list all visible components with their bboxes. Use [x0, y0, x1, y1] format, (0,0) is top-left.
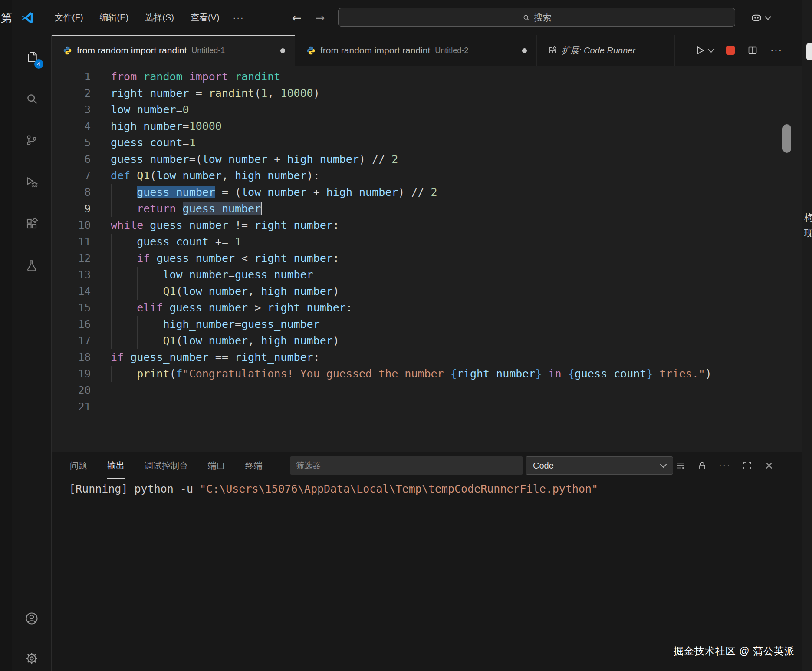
code-line-3: 3low_number=0	[52, 102, 802, 118]
source-control-icon[interactable]	[21, 130, 42, 151]
menu-item-1[interactable]: 文件(F)	[47, 8, 91, 27]
editor-scrollbar-thumb[interactable]	[782, 124, 791, 153]
indent-guide	[111, 184, 112, 217]
run-debug-icon[interactable]	[21, 172, 42, 192]
command-center-search[interactable]: 搜索	[338, 8, 735, 27]
code-line-4: 4high_number=10000	[52, 118, 802, 135]
code-line-17: 17 Q1(low_number, high_number)	[52, 333, 802, 349]
line-number: 18	[52, 349, 91, 366]
forward-button[interactable]: →	[316, 11, 325, 24]
panel-tab-4[interactable]: 端口	[208, 452, 225, 479]
tab-modified-dot[interactable]	[522, 48, 527, 53]
extensions-icon[interactable]	[21, 213, 42, 234]
maximize-panel-icon[interactable]	[742, 460, 753, 471]
vscode-logo-icon	[20, 10, 35, 25]
code-line-9: 9 return guess_number	[52, 201, 802, 217]
vscode-window: 第 文件(F)编辑(E)选择(S)查看(V) ··· ← → 搜索	[0, 0, 812, 671]
menubar: 文件(F)编辑(E)选择(S)查看(V)	[47, 8, 227, 27]
menubar-more-button[interactable]: ···	[227, 9, 250, 26]
panel-tab-2[interactable]: 输出	[107, 452, 125, 479]
line-number: 16	[52, 316, 91, 333]
output-filter-input[interactable]	[290, 456, 523, 475]
tab-title: from random import randint	[77, 45, 187, 56]
tab-title: from random import randint	[320, 45, 430, 56]
editor-more-actions-button[interactable]: ···	[770, 45, 782, 56]
code-lines: 1from random import randint2right_number…	[52, 66, 802, 415]
line-number: 6	[52, 151, 91, 168]
extensions-tab-icon	[548, 46, 557, 55]
code-line-7: 7def Q1(low_number, high_number):	[52, 168, 802, 184]
line-number: 10	[52, 217, 91, 234]
output-channel-value: Code	[533, 461, 554, 471]
run-options-chevron-icon[interactable]	[708, 46, 715, 53]
code-line-2: 2right_number = randint(1, 10000)	[52, 85, 802, 102]
tab-modified-dot[interactable]	[280, 48, 285, 53]
editor-tab-bar: from random import randint Untitled-1 fr…	[52, 35, 802, 66]
run-code-button[interactable]	[695, 45, 713, 56]
settings-gear-icon[interactable]	[21, 648, 42, 669]
line-number: 5	[52, 135, 91, 151]
code-line-8: 8 guess_number = (low_number + high_numb…	[52, 184, 802, 201]
panel-tab-1[interactable]: 问题	[70, 452, 87, 479]
menu-item-4[interactable]: 查看(V)	[183, 8, 227, 27]
code-line-6: 6guess_number=(low_number + high_number)…	[52, 151, 802, 168]
code-editor[interactable]: 1from random import randint2right_number…	[52, 66, 802, 452]
explorer-badge: 4	[34, 59, 43, 69]
background-partial-char: 现	[804, 227, 812, 240]
line-number: 4	[52, 118, 91, 135]
code-line-10: 10while guess_number != right_number:	[52, 217, 802, 234]
search-icon	[522, 13, 530, 22]
menu-item-3[interactable]: 选择(S)	[138, 8, 181, 27]
watermark-text: 掘金技术社区 @ 蒲公英派	[674, 645, 795, 658]
tab-detail: Untitled-1	[191, 46, 225, 55]
line-number: 3	[52, 102, 91, 118]
panel-tab-3[interactable]: 调试控制台	[145, 452, 188, 479]
python-file-icon	[306, 46, 316, 55]
panel-more-actions-button[interactable]: ···	[719, 460, 731, 471]
editor-actions: ···	[695, 35, 802, 66]
split-editor-icon[interactable]	[747, 45, 758, 56]
output-log-line: [Running] python -u "C:\Users\15076\AppD…	[69, 481, 598, 497]
activity-bar: 4	[12, 35, 52, 671]
menu-item-2[interactable]: 编辑(E)	[92, 8, 136, 27]
bottom-panel: 问题输出调试控制台端口终端 Code ···	[52, 452, 802, 671]
output-prefix: [Running]	[69, 483, 135, 495]
stop-code-run-button[interactable]	[726, 46, 735, 55]
indent-guide	[137, 267, 138, 300]
copilot-icon[interactable]	[750, 11, 763, 24]
lock-scroll-icon[interactable]	[697, 460, 707, 471]
line-number: 9	[52, 201, 91, 217]
panel-header: 问题输出调试控制台端口终端 Code ···	[52, 452, 802, 479]
tab-extension-code-runner[interactable]: 扩展: Code Runner	[537, 35, 675, 66]
line-number: 15	[52, 300, 91, 316]
code-line-21: 21	[52, 399, 802, 415]
tab-untitled-1[interactable]: from random import randint Untitled-1	[52, 35, 295, 66]
close-panel-icon[interactable]	[764, 460, 774, 471]
account-icon[interactable]	[21, 608, 42, 629]
code-line-13: 13 low_number=guess_number	[52, 267, 802, 283]
testing-icon[interactable]	[21, 255, 42, 276]
background-window-right: 梅 现	[802, 0, 812, 671]
indent-guide	[137, 316, 138, 349]
code-line-12: 12 if guess_number < right_number:	[52, 250, 802, 267]
python-file-icon	[63, 46, 72, 55]
output-command: python -u	[135, 483, 200, 495]
line-number: 7	[52, 168, 91, 184]
code-line-20: 20	[52, 382, 802, 399]
search-sidebar-icon[interactable]	[21, 88, 42, 109]
code-line-18: 18if guess_number == right_number:	[52, 349, 802, 366]
history-navigation: ← →	[292, 0, 325, 35]
code-line-5: 5guess_count=1	[52, 135, 802, 151]
back-button[interactable]: ←	[292, 11, 302, 24]
copilot-chevron-down-icon[interactable]	[765, 13, 772, 20]
panel-tab-5[interactable]: 终端	[245, 452, 263, 479]
line-number: 20	[52, 382, 91, 399]
clear-output-icon[interactable]	[675, 460, 686, 471]
output-channel-select[interactable]: Code	[526, 456, 673, 475]
explorer-icon[interactable]: 4	[21, 46, 42, 67]
titlebar-right	[750, 0, 770, 35]
output-path: "C:\Users\15076\AppData\Local\Temp\tempC…	[200, 483, 598, 495]
tab-untitled-2[interactable]: from random import randint Untitled-2	[295, 35, 537, 66]
titlebar: 文件(F)编辑(E)选择(S)查看(V) ··· ← → 搜索	[12, 0, 802, 36]
line-number: 21	[52, 399, 91, 415]
